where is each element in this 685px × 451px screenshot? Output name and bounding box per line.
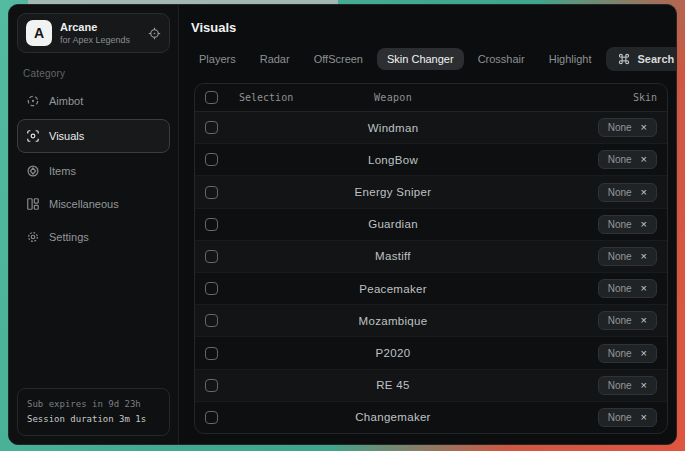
row-checkbox[interactable] (205, 153, 218, 166)
target-icon[interactable] (148, 27, 161, 40)
weapon-name: RE 45 (239, 379, 547, 391)
skin-value: None (608, 315, 632, 326)
table-row[interactable]: Peacemaker None× (195, 273, 667, 305)
gear-icon (26, 230, 40, 244)
sidebar-item-visuals[interactable]: Visuals (17, 119, 170, 153)
tab-radar[interactable]: Radar (250, 48, 300, 70)
tab-players[interactable]: Players (189, 48, 246, 70)
session-duration-text: Session duration 3m 1s (27, 412, 160, 427)
sidebar-item-aimbot[interactable]: Aimbot (17, 86, 170, 116)
app-title: Arcane (60, 21, 130, 33)
table-row[interactable]: Changemaker None× (195, 402, 667, 433)
column-header-skin: Skin (547, 92, 657, 103)
clear-skin-icon[interactable]: × (641, 122, 647, 133)
table-row[interactable]: P2020 None× (195, 337, 667, 369)
clear-skin-icon[interactable]: × (641, 283, 647, 294)
skin-select-badge[interactable]: None× (598, 215, 657, 234)
weapon-name: Peacemaker (239, 283, 547, 295)
sidebar-item-label: Aimbot (49, 95, 83, 107)
row-checkbox[interactable] (205, 186, 218, 199)
tab-highlight[interactable]: Highlight (539, 48, 602, 70)
weapon-name: Energy Sniper (239, 186, 547, 198)
sidebar-item-miscellaneous[interactable]: Miscellaneous (17, 189, 170, 219)
clear-skin-icon[interactable]: × (641, 412, 647, 423)
brand-card: A Arcane for Apex Legends (17, 13, 170, 53)
subscription-info-card: Sub expires in 9d 23h Session duration 3… (17, 388, 170, 436)
table-row[interactable]: Windman None× (195, 112, 667, 144)
column-header-selection: Selection (239, 92, 293, 103)
sub-expires-text: Sub expires in 9d 23h (27, 397, 160, 412)
clear-skin-icon[interactable]: × (641, 315, 647, 326)
skin-select-badge[interactable]: None× (598, 408, 657, 427)
search-button-label: Search (638, 53, 675, 65)
table-row[interactable]: Energy Sniper None× (195, 176, 667, 208)
table-row[interactable]: RE 45 None× (195, 370, 667, 402)
skin-value: None (608, 122, 632, 133)
table-row[interactable]: Mastiff None× (195, 241, 667, 273)
skin-select-badge[interactable]: None× (598, 311, 657, 330)
row-checkbox[interactable] (205, 282, 218, 295)
category-label: Category (23, 68, 166, 79)
skin-changer-table: Selection Weapon Skin Windman None× Long… (194, 83, 668, 434)
crosshair-icon (26, 94, 40, 108)
tab-crosshair[interactable]: Crosshair (468, 48, 535, 70)
select-all-checkbox[interactable] (205, 91, 218, 104)
clear-skin-icon[interactable]: × (641, 380, 647, 391)
skin-value: None (608, 251, 632, 262)
tabs-row: Players Radar OffScreen Skin Changer Cro… (189, 47, 668, 71)
row-checkbox[interactable] (205, 411, 218, 424)
skin-select-badge[interactable]: None× (598, 150, 657, 169)
sidebar-item-label: Visuals (49, 130, 84, 142)
sidebar: A Arcane for Apex Legends Category Aimbo… (9, 5, 179, 444)
app-logo: A (26, 20, 52, 46)
tab-skin-changer[interactable]: Skin Changer (377, 48, 464, 70)
skin-select-badge[interactable]: None× (598, 344, 657, 363)
skin-select-badge[interactable]: None× (598, 183, 657, 202)
row-checkbox[interactable] (205, 218, 218, 231)
search-button[interactable]: Search (606, 47, 677, 71)
sidebar-item-label: Settings (49, 231, 89, 243)
skin-select-badge[interactable]: None× (598, 118, 657, 137)
brand-text: Arcane for Apex Legends (60, 21, 130, 45)
weapon-name: Mozambique (239, 315, 547, 327)
table-row[interactable]: LongBow None× (195, 144, 667, 176)
clear-skin-icon[interactable]: × (641, 154, 647, 165)
weapon-name: Windman (239, 122, 547, 134)
app-subtitle: for Apex Legends (60, 35, 130, 45)
skin-select-badge[interactable]: None× (598, 247, 657, 266)
row-checkbox[interactable] (205, 379, 218, 392)
skin-value: None (608, 283, 632, 294)
clear-skin-icon[interactable]: × (641, 219, 647, 230)
layout-grid-icon (26, 197, 40, 211)
row-checkbox[interactable] (205, 121, 218, 134)
page-title: Visuals (191, 20, 668, 35)
sidebar-item-settings[interactable]: Settings (17, 222, 170, 252)
weapon-name: Guardian (239, 218, 547, 230)
skin-value: None (608, 154, 632, 165)
skin-select-badge[interactable]: None× (598, 376, 657, 395)
row-checkbox[interactable] (205, 347, 218, 360)
skin-value: None (608, 348, 632, 359)
clear-skin-icon[interactable]: × (641, 348, 647, 359)
sidebar-item-items[interactable]: Items (17, 156, 170, 186)
weapon-name: P2020 (239, 347, 547, 359)
row-checkbox[interactable] (205, 314, 218, 327)
skin-value: None (608, 380, 632, 391)
weapon-name: Changemaker (239, 411, 547, 423)
eye-scan-icon (26, 129, 40, 143)
weapon-name: Mastiff (239, 250, 547, 262)
tab-offscreen[interactable]: OffScreen (304, 48, 373, 70)
skin-value: None (608, 187, 632, 198)
sidebar-item-label: Miscellaneous (49, 198, 119, 210)
table-row[interactable]: Guardian None× (195, 209, 667, 241)
clear-skin-icon[interactable]: × (641, 251, 647, 262)
main-panel: Visuals Players Radar OffScreen Skin Cha… (179, 5, 676, 444)
skin-value: None (608, 412, 632, 423)
skin-select-badge[interactable]: None× (598, 279, 657, 298)
package-icon (26, 164, 40, 178)
weapon-name: LongBow (239, 154, 547, 166)
sidebar-item-label: Items (49, 165, 76, 177)
row-checkbox[interactable] (205, 250, 218, 263)
clear-skin-icon[interactable]: × (641, 187, 647, 198)
table-row[interactable]: Mozambique None× (195, 305, 667, 337)
